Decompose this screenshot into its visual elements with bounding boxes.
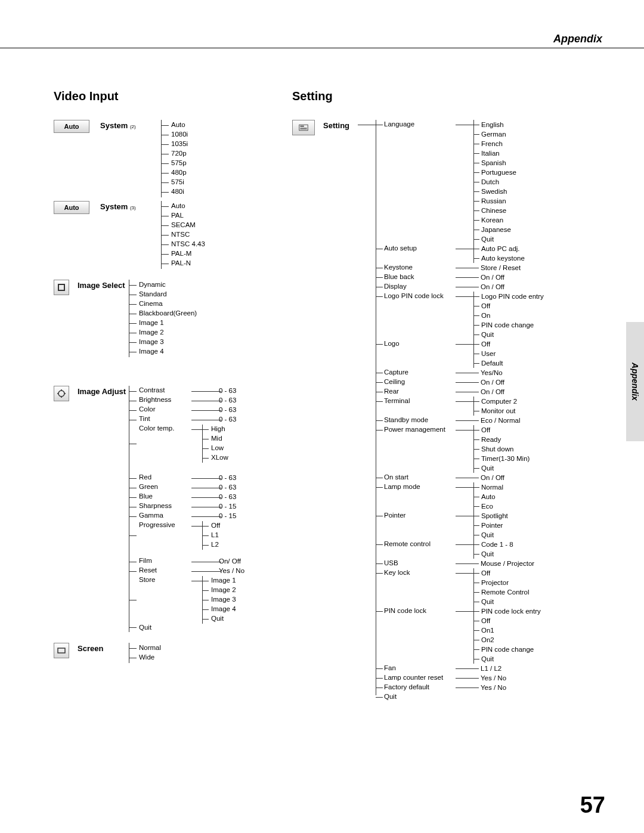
setting-branch: Lamp modeNormalAutoEco bbox=[376, 482, 602, 511]
tree-subitem: 0 - 63 bbox=[215, 405, 236, 415]
setting-subitem: Monitor out bbox=[474, 406, 517, 416]
tree-item: Contrast0 - 63 bbox=[129, 386, 292, 396]
tree-subitem: 0 - 63 bbox=[215, 386, 236, 396]
tree-subitem: Off bbox=[203, 521, 220, 531]
image-select-icon bbox=[54, 280, 69, 295]
setting-subitem: PIN code lock entry bbox=[474, 606, 541, 616]
setting-subitem: Off bbox=[474, 339, 503, 349]
setting-subitem: Computer 2 bbox=[474, 397, 517, 406]
setting-column: Setting Setting LanguageEnglishGermanFre… bbox=[292, 89, 602, 704]
setting-subitem: Portuguese bbox=[474, 168, 516, 177]
tree-subitem: 0 - 63 bbox=[215, 415, 236, 425]
tree-subitem: 0 - 63 bbox=[215, 473, 236, 483]
tree-subitem: 0 - 15 bbox=[215, 512, 236, 521]
setting-subitem: Quit bbox=[474, 463, 530, 473]
setting-branch: KeystoneStore / Reset bbox=[376, 263, 602, 272]
tree-subitem: Image 3 bbox=[203, 595, 236, 605]
image-adjust-icon bbox=[54, 386, 69, 401]
svg-point-1 bbox=[58, 391, 64, 397]
tree-subitem: On/ Off bbox=[215, 557, 241, 566]
tree-subitem: Mid bbox=[203, 434, 228, 444]
image-adjust-tree: Contrast0 - 63Brightness0 - 63Color0 - 6… bbox=[129, 386, 292, 632]
setting-subitem: Quit bbox=[474, 234, 516, 244]
setting-subitem: Yes / No bbox=[473, 683, 506, 692]
svg-rect-2 bbox=[58, 648, 65, 653]
image-select-tree: DynamicStandardCinemaBlackboard(Green)Im… bbox=[129, 280, 292, 357]
setting-subitem: Timer(1-30 Min) bbox=[474, 454, 530, 463]
tree-item: SECAM bbox=[162, 221, 292, 230]
side-tab-label: Appendix bbox=[630, 363, 640, 401]
setting-tree: LanguageEnglishGermanFrenchItalianSpanis… bbox=[376, 120, 602, 700]
setting-subitem: On bbox=[474, 311, 544, 320]
tree-subitem: Quit bbox=[203, 614, 236, 624]
setting-subitem: Spotlight bbox=[474, 511, 508, 521]
tree-item: 720p bbox=[162, 149, 292, 159]
setting-subitem: Normal bbox=[474, 482, 503, 492]
tree-item: Tint0 - 63 bbox=[129, 415, 292, 425]
setting-title: Setting bbox=[292, 89, 602, 103]
setting-branch: Standby modeEco / Normal bbox=[376, 416, 602, 425]
setting-subitem: Quit bbox=[474, 530, 508, 540]
setting-branch: LogoOffUserDefault bbox=[376, 339, 602, 368]
video-input-title: Video Input bbox=[54, 89, 292, 103]
setting-branch: Remote controlCode 1 - 8Quit bbox=[376, 540, 602, 559]
tree-item: Quit bbox=[129, 624, 292, 631]
tree-subitem: 0 - 63 bbox=[215, 483, 236, 493]
page-header: Appendix bbox=[553, 33, 602, 45]
tree-item: ResetYes / No bbox=[129, 566, 292, 576]
tree-subitem: L2 bbox=[203, 540, 220, 550]
setting-subitem: German bbox=[474, 129, 516, 139]
tree-item: PAL-M bbox=[162, 249, 292, 259]
setting-subitem: Auto keystone bbox=[474, 253, 525, 263]
tree-item: Image 3 bbox=[129, 337, 292, 347]
setting-branch: Key lockOffProjectorRemote ControlQuit bbox=[376, 568, 602, 606]
tree-item: 575p bbox=[162, 159, 292, 168]
system-3-label: System (3) bbox=[100, 201, 161, 211]
tree-item: Standard bbox=[129, 290, 292, 299]
setting-subitem: Korean bbox=[474, 215, 516, 225]
tree-item: FilmOn/ Off bbox=[129, 557, 292, 566]
setting-branch: CeilingOn / Off bbox=[376, 377, 602, 387]
setting-subitem: Off bbox=[474, 301, 544, 311]
system-2-label: System (2) bbox=[100, 120, 161, 130]
screen-tree: NormalWide bbox=[129, 643, 292, 663]
tree-item: Red0 - 63 bbox=[129, 473, 292, 483]
setting-subitem: On / Off bbox=[473, 377, 504, 387]
setting-subitem: Logo PIN code entry bbox=[474, 292, 544, 301]
setting-subitem: Store / Reset bbox=[473, 263, 521, 272]
setting-subitem: Quit bbox=[474, 654, 541, 664]
setting-branch: DisplayOn / Off bbox=[376, 282, 602, 292]
setting-subitem: PIN code change bbox=[474, 645, 541, 654]
setting-branch: RearOn / Off bbox=[376, 387, 602, 397]
setting-subitem: On / Off bbox=[473, 473, 504, 482]
setting-subitem: Mouse / Projector bbox=[473, 559, 534, 568]
setting-subitem: Off bbox=[474, 568, 530, 578]
tree-item: ProgressiveOffL1L2 bbox=[129, 521, 292, 550]
tree-item: PAL-N bbox=[162, 259, 292, 268]
setting-subitem: L1 / L2 bbox=[473, 664, 501, 673]
svg-rect-4 bbox=[300, 126, 304, 127]
screen-icon bbox=[54, 643, 69, 658]
tree-item: Gamma0 - 15 bbox=[129, 512, 292, 521]
tree-item: Green0 - 63 bbox=[129, 483, 292, 493]
auto-icon: Auto bbox=[54, 120, 89, 133]
setting-branch: USBMouse / Projector bbox=[376, 559, 602, 568]
tree-subitem: Yes / No bbox=[215, 566, 244, 576]
image-adjust-row: Image Adjust Contrast0 - 63Brightness0 -… bbox=[54, 386, 292, 632]
tree-item: 1080i bbox=[162, 130, 292, 140]
setting-root-label: Setting bbox=[323, 120, 358, 130]
tree-item: StoreImage 1Image 2Image 3Image 4Quit bbox=[129, 576, 292, 624]
tree-subitem: XLow bbox=[203, 453, 228, 463]
setting-subitem: Off bbox=[474, 616, 541, 625]
system-2-row: Auto System (2) Auto1080i1035i720p575p48… bbox=[54, 120, 292, 197]
tree-item: Normal bbox=[129, 643, 292, 653]
tree-item: Auto bbox=[162, 202, 292, 211]
setting-branch: On startOn / Off bbox=[376, 473, 602, 482]
tree-item: Brightness0 - 63 bbox=[129, 396, 292, 405]
image-select-row: Image Select DynamicStandardCinemaBlackb… bbox=[54, 280, 292, 357]
setting-subitem: Default bbox=[474, 358, 503, 368]
setting-subitem: Yes/No bbox=[473, 368, 503, 377]
setting-branch: Quit bbox=[376, 692, 602, 700]
setting-subitem: Auto PC adj. bbox=[474, 244, 525, 253]
setting-subitem: Dutch bbox=[474, 177, 516, 187]
